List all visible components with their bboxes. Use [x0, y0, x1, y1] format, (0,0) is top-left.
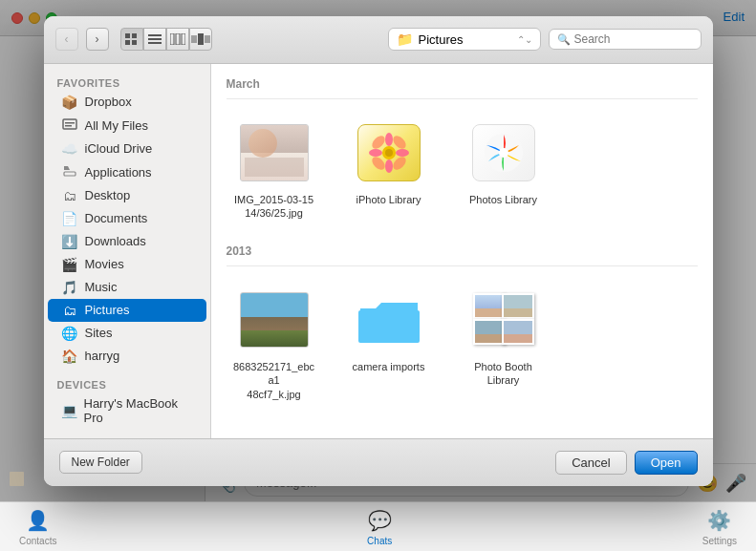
- chats-icon: 💬: [366, 507, 393, 534]
- svg-rect-16: [64, 172, 76, 176]
- cancel-button[interactable]: Cancel: [555, 451, 626, 475]
- dropbox-icon: 📦: [61, 95, 78, 110]
- bg-bottom-bar: 👤 Contacts 💬 Chats ⚙️ Settings: [0, 501, 756, 551]
- sidebar-music-label: Music: [85, 280, 118, 294]
- documents-icon: 📄: [61, 211, 78, 226]
- movies-icon: 🎬: [61, 257, 78, 272]
- search-box[interactable]: 🔍: [549, 29, 702, 50]
- iphoto-thumbnail: [355, 118, 423, 187]
- photobooth-name: Photo BoothLibrary: [474, 360, 532, 388]
- search-input[interactable]: [574, 32, 693, 46]
- landscape-thumbnail: [240, 286, 309, 354]
- harryg-icon: 🏠: [61, 349, 78, 364]
- sidebar-item-downloads[interactable]: ⬇️ Downloads: [48, 230, 206, 253]
- all-my-files-icon: [61, 117, 78, 134]
- footer-right: Cancel Open: [555, 451, 697, 475]
- svg-point-18: [385, 133, 393, 146]
- macbook-icon: 💻: [61, 403, 77, 418]
- sidebar: Favorites 📦 Dropbox All My Files: [44, 64, 211, 438]
- sidebar-macbook-label: Harry's MacBook Pro: [84, 396, 193, 425]
- sidebar-item-movies[interactable]: 🎬 Movies: [48, 253, 206, 276]
- sidebar-item-dropbox[interactable]: 📦 Dropbox: [48, 91, 206, 114]
- column-view-button[interactable]: [166, 28, 189, 51]
- iphoto-name: iPhoto Library: [356, 193, 421, 206]
- file-dialog: ‹ ›: [44, 16, 713, 486]
- forward-button[interactable]: ›: [86, 28, 109, 51]
- sidebar-item-music[interactable]: 🎵 Music: [48, 276, 206, 299]
- sidebar-item-icloud[interactable]: ☁️ iCloud Drive: [48, 138, 206, 160]
- sidebar-item-harryg[interactable]: 🏠 harryg: [48, 345, 206, 368]
- sites-icon: 🌐: [61, 326, 78, 341]
- sidebar-downloads-label: Downloads: [85, 234, 146, 248]
- sidebar-pictures-label: Pictures: [85, 303, 130, 317]
- svg-rect-9: [182, 33, 185, 45]
- sidebar-item-allmyfiles[interactable]: All My Files: [48, 114, 206, 138]
- settings-label: Settings: [702, 536, 737, 546]
- open-button[interactable]: Open: [635, 451, 698, 475]
- file-item-photobooth[interactable]: Photo BoothLibrary: [456, 280, 551, 407]
- bg-tab-settings[interactable]: ⚙️ Settings: [702, 507, 737, 546]
- location-dropdown[interactable]: 📁 Pictures ⌃⌄: [388, 28, 541, 51]
- coverflow-view-button[interactable]: [189, 28, 212, 51]
- search-icon: 🔍: [557, 33, 571, 46]
- photos-thumbnail: [469, 118, 538, 187]
- modal-overlay: ‹ ›: [0, 0, 756, 501]
- svg-rect-11: [198, 33, 204, 45]
- sidebar-allmyfiles-label: All My Files: [85, 118, 148, 133]
- contacts-label: Contacts: [19, 536, 56, 546]
- svg-rect-6: [148, 42, 162, 44]
- march-files-grid: IMG_2015-03-1514/36/25.jpg: [227, 113, 698, 242]
- devices-section-label: Devices: [44, 375, 210, 392]
- list-view-button[interactable]: [143, 28, 166, 51]
- sidebar-item-desktop[interactable]: 🗂 Desktop: [48, 184, 206, 207]
- svg-rect-7: [170, 33, 174, 45]
- sidebar-item-macbook[interactable]: 💻 Harry's MacBook Pro: [48, 392, 206, 429]
- back-button[interactable]: ‹: [55, 28, 78, 51]
- downloads-icon: ⬇️: [61, 234, 78, 249]
- sidebar-applications-label: Applications: [85, 165, 152, 180]
- camera-imports-name: camera imports: [353, 360, 425, 373]
- svg-rect-13: [63, 119, 76, 129]
- desktop-icon: 🗂: [61, 188, 78, 203]
- svg-point-21: [396, 149, 409, 157]
- svg-rect-1: [132, 33, 137, 38]
- svg-point-27: [385, 149, 393, 157]
- img2015-thumbnail: [240, 118, 309, 187]
- sidebar-item-sites[interactable]: 🌐 Sites: [48, 322, 206, 345]
- sidebar-item-documents[interactable]: 📄 Documents: [48, 207, 206, 230]
- bg-tab-contacts[interactable]: 👤 Contacts: [19, 507, 56, 546]
- file-item-photos[interactable]: Photos Library: [456, 113, 551, 226]
- icon-view-button[interactable]: [120, 28, 143, 51]
- applications-icon: [61, 164, 78, 180]
- bg-tab-chats[interactable]: 💬 Chats: [366, 507, 393, 546]
- file-item-camera-imports[interactable]: camera imports: [341, 280, 437, 407]
- file-item-landscape[interactable]: 8683252171_ebca148cf7_k.jpg: [227, 280, 322, 407]
- photos-lib-name: Photos Library: [469, 193, 537, 206]
- file-item-iphoto[interactable]: iPhoto Library: [341, 113, 437, 226]
- landscape-name: 8683252171_ebca148cf7_k.jpg: [232, 360, 316, 401]
- sidebar-documents-label: Documents: [85, 211, 148, 225]
- svg-rect-3: [132, 40, 137, 45]
- sidebar-item-pictures[interactable]: 🗂 Pictures: [48, 299, 206, 322]
- sidebar-item-applications[interactable]: Applications: [48, 160, 206, 184]
- svg-rect-2: [125, 40, 130, 45]
- svg-point-20: [369, 149, 382, 157]
- dialog-toolbar: ‹ ›: [44, 16, 713, 64]
- contacts-icon: 👤: [25, 507, 52, 534]
- view-buttons: [120, 28, 212, 51]
- location-name: Pictures: [419, 32, 511, 47]
- sidebar-dropbox-label: Dropbox: [85, 95, 132, 109]
- file-item-img2015[interactable]: IMG_2015-03-1514/36/25.jpg: [227, 113, 322, 226]
- svg-rect-15: [65, 125, 72, 127]
- svg-point-29: [499, 148, 508, 158]
- svg-point-19: [385, 159, 393, 173]
- sidebar-harryg-label: harryg: [85, 349, 120, 363]
- photobooth-thumbnail: [469, 286, 538, 354]
- svg-rect-10: [191, 35, 197, 43]
- svg-rect-14: [65, 122, 75, 124]
- sidebar-desktop-label: Desktop: [85, 188, 131, 202]
- new-folder-button[interactable]: New Folder: [59, 451, 142, 474]
- favorites-section-label: Favorites: [44, 74, 210, 91]
- file-pane: March IMG: [211, 64, 713, 438]
- svg-rect-8: [176, 33, 180, 45]
